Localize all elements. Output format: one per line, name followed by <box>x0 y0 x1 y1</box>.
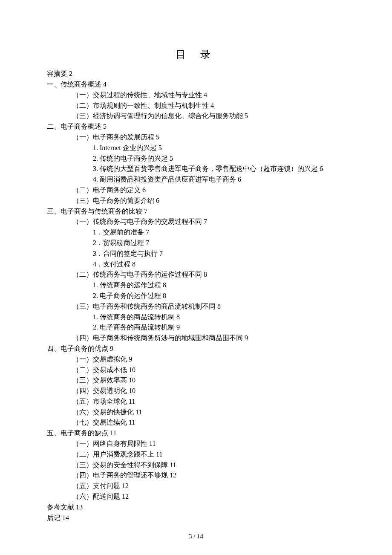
toc-entry: （四）电子商务的管理还不够规 12 <box>47 470 345 481</box>
toc-entry-text: （三）电子商务的简要介绍 <box>72 197 154 204</box>
toc-entry-page: 5 <box>243 112 248 119</box>
toc-entry-text: （一）交易过程的传统性、地域性与专业性 <box>72 91 202 98</box>
toc-entry-text: （六）配送问题 <box>72 493 120 500</box>
toc-entry: （五）市场全球化 11 <box>47 396 345 407</box>
toc-entry: 三、电子商务与传统商务的比较 7 <box>47 206 345 217</box>
toc-entry-page: 5 <box>154 133 159 141</box>
toc-entry-page: 2 <box>67 70 72 77</box>
toc-entry-page: 13 <box>74 503 83 511</box>
toc-entry: （一）交易虚拟化 9 <box>47 354 345 365</box>
toc-entry: 2. 电子商务的运作过程 8 <box>47 291 345 301</box>
toc-entry-text: 容摘要 <box>47 70 67 77</box>
toc-entry-page: 8 <box>161 281 166 289</box>
toc-entry: 1. 传统商务的商品流转机制 8 <box>47 312 345 323</box>
toc-entry-page: 11 <box>168 461 176 468</box>
toc-entry: （三）电子商务的简要介绍 6 <box>47 196 345 206</box>
toc-entry-page: 6 <box>318 165 323 172</box>
toc-entry: （二）交易成本低 10 <box>47 365 345 376</box>
toc-entry: （五）支付问题 12 <box>47 481 345 491</box>
toc-entry: 参考文献 13 <box>47 502 345 513</box>
toc-entry-page: 14 <box>61 514 69 521</box>
toc-entry-text: （二）传统商务与电子商务的运作过程不同 <box>72 271 202 278</box>
toc-entry-text: 五、电子商务的缺点 <box>47 429 108 436</box>
toc-entry-text: 参考文献 <box>47 503 74 511</box>
toc-entry-page: 7 <box>144 239 149 246</box>
toc-entry-text: 四、电子商务的优点 <box>47 345 108 352</box>
toc-entry-text: （五）市场全球化 <box>72 398 127 405</box>
toc-entry: 1. 传统商务的运作过程 8 <box>47 280 345 291</box>
toc-title: 目 录 <box>47 47 345 63</box>
toc-entry: （一）交易过程的传统性、地域性与专业性 4 <box>47 90 345 101</box>
toc-entry-text: 1. Internet 企业的兴起 <box>93 144 157 151</box>
toc-entry-page: 7 <box>142 208 147 215</box>
toc-entry-page: 11 <box>154 451 162 458</box>
toc-entry-text: 3. 传统的大型百货零售商进军电子商务，零售配送中心（超市连锁）的兴起 <box>93 165 318 172</box>
toc-entry-text: 3．合同的签定与执行 <box>93 250 158 257</box>
toc-entry-text: 1．交易前的准备 <box>93 228 144 236</box>
toc-entry-page: 7 <box>158 250 163 257</box>
toc-entry: 2. 电子商务的商品流转机制 9 <box>47 322 345 333</box>
toc-entry-page: 11 <box>127 398 135 405</box>
toc-entry-text: （一）电子商务的发展历程 <box>72 133 154 141</box>
toc-entry: （一）网络自身有局限性 11 <box>47 439 345 449</box>
toc-entry-page: 12 <box>120 493 129 500</box>
toc-entry-text: （四）交易透明化 <box>72 387 127 394</box>
toc-entry: 4. 耐用消费品和投资类产品供应商进军电子商务 6 <box>47 174 345 185</box>
toc-entry-text: 三、电子商务与传统商务的比较 <box>47 208 142 215</box>
toc-entry-text: （四）电子商务的管理还不够规 <box>72 471 168 479</box>
toc-entry-page: 4 <box>101 81 107 88</box>
toc-entry-page: 8 <box>216 303 221 310</box>
toc-entry-text: （二）交易成本低 <box>72 366 127 373</box>
toc-entry: （三）交易效率高 10 <box>47 375 345 386</box>
toc-entry-page: 6 <box>236 176 241 183</box>
toc-entry: 五、电子商务的缺点 11 <box>47 428 345 439</box>
toc-entry-page: 9 <box>127 356 132 363</box>
toc-entry: （一）传统商务与电子商务的交易过程不同 7 <box>47 217 345 227</box>
toc-entry: （六）交易的快捷化 11 <box>47 407 345 418</box>
toc-entry-page: 11 <box>127 419 135 426</box>
document-page: 目 录 容摘要 2一、传统商务概述 4（一）交易过程的传统性、地域性与专业性 4… <box>0 0 392 555</box>
toc-entry-page: 12 <box>168 471 176 479</box>
toc-entry: （二）市场规则的一致性、制度性与机制生性 4 <box>47 101 345 111</box>
toc-entry: 2．贸易磋商过程 7 <box>47 238 345 249</box>
toc-entry-text: （七）交易连续化 <box>72 419 127 426</box>
toc-entry-page: 5 <box>101 123 107 130</box>
toc-entry: （三）电子商务和传统商务的商品流转机制不同 8 <box>47 301 345 312</box>
toc-entry-page: 5 <box>168 155 173 162</box>
toc-entry: 3．合同的签定与执行 7 <box>47 249 345 259</box>
toc-entry-text: 2. 电子商务的商品流转机制 <box>93 324 175 331</box>
toc-entry-page: 8 <box>130 260 135 268</box>
toc-entry-page: 10 <box>127 387 135 394</box>
toc-entry: （二）用户消费观念跟不上 11 <box>47 449 345 460</box>
toc-entry: 1. Internet 企业的兴起 5 <box>47 143 345 153</box>
toc-entry-page: 9 <box>175 324 180 331</box>
toc-entry-text: （一）网络自身有局限性 <box>72 440 147 447</box>
toc-entry: 容摘要 2 <box>47 69 345 79</box>
toc-entry-text: （三）交易的安全性得不到保障 <box>72 461 168 468</box>
toc-entry: （四）电子商务和传统商务所涉与的地域围和商品围不同 9 <box>47 333 345 344</box>
toc-entry: （一）电子商务的发展历程 5 <box>47 132 345 143</box>
toc-entry-text: （四）电子商务和传统商务所涉与的地域围和商品围不同 <box>72 334 243 341</box>
toc-entry-text: 1. 传统商务的运作过程 <box>93 281 161 289</box>
toc-entry-text: （六）交易的快捷化 <box>72 408 134 416</box>
toc-entry-text: （二）用户消费观念跟不上 <box>72 451 154 458</box>
toc-entry-page: 6 <box>154 197 159 204</box>
toc-entry-page: 8 <box>202 271 207 278</box>
toc-entry-page: 4 <box>202 91 207 98</box>
toc-entry: 3. 传统的大型百货零售商进军电子商务，零售配送中心（超市连锁）的兴起 6 <box>47 164 345 174</box>
toc-entry-page: 10 <box>127 376 135 384</box>
toc-entry-text: 二、电子商务概述 <box>47 123 101 130</box>
toc-entry: 1．交易前的准备 7 <box>47 227 345 238</box>
toc-entry-page: 11 <box>108 429 116 436</box>
toc-entry-page: 8 <box>175 313 180 321</box>
toc-entry-page: 4 <box>209 102 214 109</box>
toc-entry-text: （一）交易虚拟化 <box>72 356 127 363</box>
toc-entry-page: 9 <box>243 334 248 341</box>
toc-entry-page: 11 <box>134 408 142 416</box>
toc-entry-text: （五）支付问题 <box>72 482 120 489</box>
toc-entry-text: （三）交易效率高 <box>72 376 127 384</box>
toc-entry-page: 7 <box>144 228 149 236</box>
toc-entry: （二）传统商务与电子商务的运作过程不同 8 <box>47 269 345 280</box>
toc-entry-page: 9 <box>108 345 113 352</box>
toc-entry-page: 7 <box>202 218 207 225</box>
